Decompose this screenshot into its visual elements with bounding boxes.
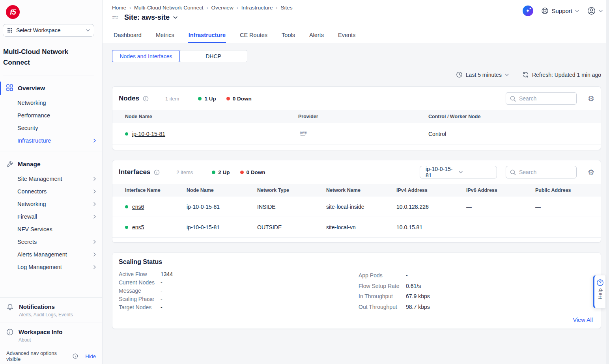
col-public-address: Public Address <box>535 188 594 193</box>
chevron-down-icon <box>599 10 603 12</box>
gear-icon[interactable]: ⚙ <box>588 169 594 176</box>
target-nodes-value: - <box>161 303 163 312</box>
sidebar-item-security[interactable]: Security <box>0 122 102 134</box>
help-label: Help <box>597 288 603 299</box>
interface-name-link[interactable]: ens5 <box>132 224 144 230</box>
scaling-left-column: Active Flow1344 Current Nodes- Message- … <box>119 270 359 312</box>
nav-group-overview: Overview Networking Performance Security… <box>0 76 102 152</box>
col-network-type: Network Type <box>257 188 326 193</box>
infrastructure-subtabs: Nodes and Interfaces DHCP <box>112 50 601 62</box>
refresh-button[interactable]: Refresh: Updated 1 min ago <box>522 71 601 78</box>
overview-grid-icon <box>6 84 13 93</box>
sidebar-item-firewall[interactable]: Firewall <box>0 210 102 223</box>
chevron-right-icon <box>93 202 96 206</box>
workspace-selector[interactable]: Select Workspace <box>3 24 94 37</box>
info-circle-icon[interactable] <box>73 353 78 359</box>
col-node-name: Node Name <box>187 188 257 193</box>
up-status-dot <box>212 171 215 174</box>
chevron-right-icon <box>93 139 96 143</box>
scaling-status-card: Scaling Status Active Flow1344 Current N… <box>112 253 601 329</box>
subtab-nodes-and-interfaces[interactable]: Nodes and Interfaces <box>112 50 180 62</box>
sidebar-item-log-management[interactable]: Log Management <box>0 261 102 273</box>
in-throughput-value: 67.9 kbps <box>406 291 430 302</box>
view-all-link[interactable]: View All <box>573 317 593 323</box>
support-lifebuoy-icon <box>541 7 549 15</box>
tab-dashboard[interactable]: Dashboard <box>113 28 142 43</box>
sidebar-item-secrets[interactable]: Secrets <box>0 236 102 248</box>
scrollbar[interactable] <box>606 0 609 364</box>
tab-infrastructure[interactable]: Infrastructure <box>188 28 226 43</box>
sidebar-item-nfv-services[interactable]: NFV Services <box>0 223 102 236</box>
tab-metrics[interactable]: Metrics <box>155 28 175 43</box>
sidebar-item-networking[interactable]: Networking <box>0 97 102 109</box>
up-status-dot <box>198 97 202 100</box>
breadcrumb-sites[interactable]: Sites <box>280 5 292 11</box>
interfaces-search-input[interactable] <box>519 169 572 175</box>
sidebar-item-infrastructure[interactable]: Infrastructure <box>0 134 102 147</box>
breadcrumb-overview: Overview <box>211 5 234 11</box>
node-filter-select[interactable]: ip-10-0-15-81 <box>420 166 497 178</box>
refresh-status-label: Refresh: Updated 1 min ago <box>532 72 601 78</box>
f5-logo-icon[interactable]: f5 <box>6 5 20 19</box>
site-title: Site: aws-site <box>124 13 170 22</box>
nodes-search-input[interactable] <box>519 95 572 102</box>
scaling-status-title: Scaling Status <box>119 258 162 266</box>
breadcrumb-separator: › <box>276 5 277 11</box>
support-menu[interactable]: Support <box>541 7 579 15</box>
nav-group-manage: Manage Site Management Connectors Networ… <box>0 152 102 278</box>
col-provider: Provider <box>298 114 428 119</box>
chevron-right-icon <box>93 215 96 219</box>
workspace-selector-label: Select Workspace <box>16 27 82 33</box>
interfaces-up-indicator: 2 Up <box>212 169 230 175</box>
chevron-right-icon <box>93 177 96 181</box>
gear-icon[interactable]: ⚙ <box>588 95 594 102</box>
sidebar-item-networking-manage[interactable]: Networking <box>0 198 102 210</box>
breadcrumb-home[interactable]: Home <box>112 5 126 11</box>
time-range-label: Last 5 minutes <box>466 72 502 78</box>
hide-advanced-nav-link[interactable]: Hide <box>85 353 96 359</box>
sidebar-item-notifications[interactable]: Notifications Alerts, Audit Logs, Events <box>0 297 102 323</box>
sidebar-item-alerts-management[interactable]: Alerts Management <box>0 248 102 261</box>
breadcrumb-separator: › <box>237 5 238 11</box>
sidebar-item-label: Overview <box>18 85 45 92</box>
sparkle-small-icon: ✦ <box>529 7 532 10</box>
time-range-selector[interactable]: Last 5 minutes <box>456 71 509 78</box>
message-value: - <box>161 287 163 295</box>
flow-setup-rate-value: 0.61/s <box>406 281 421 292</box>
info-icon[interactable] <box>143 96 149 102</box>
tab-tools[interactable]: Tools <box>281 28 295 43</box>
account-menu[interactable] <box>587 6 603 15</box>
interface-table-row: ens6 ip-10-0-15-81 INSIDE site-local-ins… <box>112 197 601 217</box>
down-status-dot <box>226 97 230 100</box>
sidebar-item-manage[interactable]: Manage <box>0 156 102 173</box>
scaling-phase-value: - <box>161 295 163 303</box>
refresh-icon <box>522 71 529 78</box>
interfaces-search <box>506 166 577 178</box>
interfaces-table-header: Interface Name Node Name Network Type Ne… <box>112 184 601 197</box>
scaling-right-column: App Pods- Flow Setup Rate0.61/s In Throu… <box>359 270 430 312</box>
node-name-link[interactable]: ip-10-0-15-81 <box>132 131 165 137</box>
sidebar-item-workspace-info[interactable]: Workspace Info About <box>0 323 102 348</box>
help-question-icon <box>596 279 604 286</box>
nodes-table-header: Node Name Provider Control / Worker Node <box>112 110 601 123</box>
nodes-down-indicator: 0 Down <box>226 96 252 102</box>
subtab-dhcp[interactable]: DHCP <box>179 50 247 62</box>
help-button[interactable]: Help <box>593 275 606 308</box>
nodes-search <box>506 92 577 105</box>
tab-ce-routes[interactable]: CE Routes <box>239 28 268 43</box>
info-icon[interactable] <box>154 169 160 175</box>
sidebar-item-overview[interactable]: Overview <box>0 80 102 97</box>
sidebar-item-performance[interactable]: Performance <box>0 109 102 122</box>
ai-assistant-button[interactable]: ✦ ✦ <box>523 6 533 16</box>
interface-name-link[interactable]: ens6 <box>132 204 144 210</box>
tab-events[interactable]: Events <box>338 28 356 43</box>
aws-logo-icon: aws <box>112 14 121 21</box>
sidebar-item-site-management[interactable]: Site Management <box>0 173 102 185</box>
grid-dots-icon <box>7 28 13 33</box>
node-filter-value: ip-10-0-15-81 <box>426 166 459 178</box>
chevron-down-icon <box>575 10 579 12</box>
chevron-down-icon <box>459 171 492 173</box>
sidebar-item-connectors[interactable]: Connectors <box>0 185 102 198</box>
tab-alerts[interactable]: Alerts <box>309 28 324 43</box>
breadcrumb-separator: › <box>129 5 131 11</box>
